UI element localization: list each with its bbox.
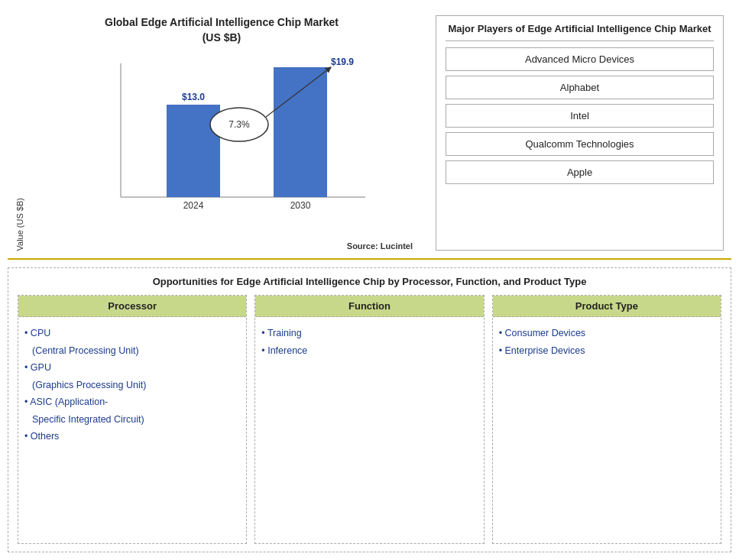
chart-area: Global Edge Artificial Intelligence Chip…	[8, 8, 436, 258]
svg-text:2030: 2030	[290, 200, 311, 211]
product-type-header: Product Type	[493, 296, 721, 317]
bars-svg-container: $13.0 2024 $19.9 2030 7.3%	[28, 56, 428, 238]
player-item-apple: Apple	[446, 160, 714, 184]
product-type-body: • Consumer Devices • Enterprise Devices	[493, 317, 721, 543]
product-type-item-1: • Enterprise Devices	[499, 342, 715, 360]
bar-2030	[274, 67, 327, 197]
processor-item-1: • GPU	[24, 359, 240, 377]
svg-text:7.3%: 7.3%	[229, 119, 250, 130]
bar-chart-svg: $13.0 2024 $19.9 2030 7.3%	[28, 56, 428, 224]
bottom-section: Opportunities for Edge Artificial Intell…	[8, 267, 731, 552]
opportunities-title: Opportunities for Edge Artificial Intell…	[18, 276, 721, 287]
processor-item-0: • CPU	[24, 325, 240, 342]
processor-item-3: • Others	[24, 428, 240, 445]
svg-text:2024: 2024	[183, 200, 204, 211]
y-axis-label: Value (US $B)	[15, 198, 24, 251]
top-section: Global Edge Artificial Intelligence Chip…	[8, 8, 731, 260]
function-header: Function	[255, 296, 483, 317]
main-container: Global Edge Artificial Intelligence Chip…	[0, 0, 739, 560]
processor-column: Processor • CPU (Central Processing Unit…	[18, 295, 247, 544]
processor-item-2b: Specific Integrated Circuit)	[24, 411, 240, 429]
bars-area: $13.0 2024 $19.9 2030 7.3%	[28, 56, 428, 251]
source-text: Source: Lucintel	[28, 241, 428, 251]
svg-text:$13.0: $13.0	[182, 92, 205, 102]
svg-text:$19.9: $19.9	[331, 57, 354, 67]
processor-item-0b: (Central Processing Unit)	[24, 342, 240, 360]
processor-body: • CPU (Central Processing Unit) • GPU (G…	[18, 317, 246, 543]
player-item-alphabet: Alphabet	[446, 76, 714, 99]
processor-item-2: • ASIC (Application-	[24, 393, 240, 411]
chart-title-line1: Global Edge Artificial Intelligence Chip…	[105, 16, 339, 28]
processor-item-1b: (Graphics Processing Unit)	[24, 377, 240, 394]
player-item-qualcomm: Qualcomm Technologies	[446, 132, 714, 156]
player-item-amd: Advanced Micro Devices	[446, 47, 714, 71]
chart-title-line2: (US $B)	[203, 31, 241, 44]
function-item-0: • Training	[261, 325, 477, 342]
processor-header: Processor	[18, 296, 246, 317]
chart-wrapper: Value (US $B) $13.0 2024	[15, 56, 428, 251]
players-area: Major Players of Edge Artificial Intelli…	[436, 15, 724, 251]
function-item-1: • Inference	[261, 342, 477, 360]
player-item-intel: Intel	[446, 104, 714, 128]
chart-title: Global Edge Artificial Intelligence Chip…	[105, 15, 339, 45]
function-column: Function • Training • Inference	[254, 295, 484, 544]
categories-row: Processor • CPU (Central Processing Unit…	[18, 295, 721, 544]
product-type-column: Product Type • Consumer Devices • Enterp…	[492, 295, 721, 544]
function-body: • Training • Inference	[255, 317, 483, 543]
product-type-item-0: • Consumer Devices	[499, 325, 715, 342]
players-title: Major Players of Edge Artificial Intelli…	[446, 22, 714, 41]
